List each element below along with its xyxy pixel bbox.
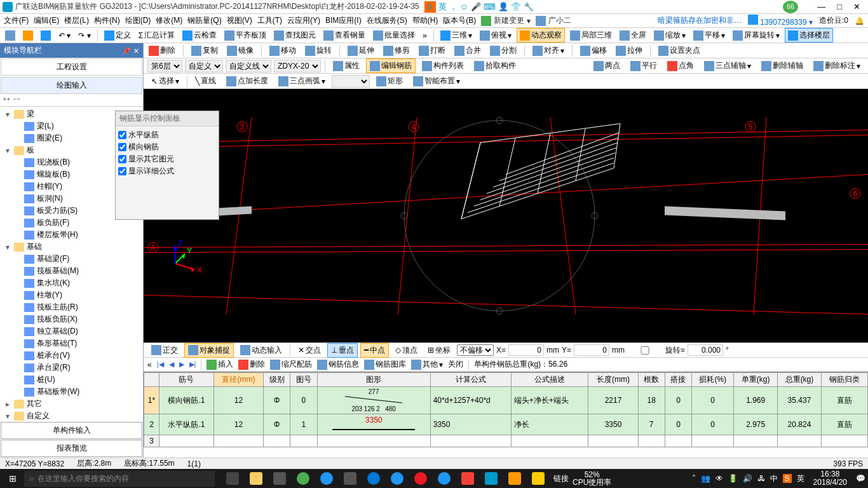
rect-button[interactable]: 矩形 [372,74,407,88]
menu-floor[interactable]: 楼层(L) [64,15,89,26]
grid-header[interactable]: 筋号 [159,373,214,387]
new-change-button[interactable]: 新建变更 ▾ [481,15,531,26]
tree-node[interactable]: 集水坑(K) [1,277,142,289]
menu-online[interactable]: 在线服务(S) [367,15,407,26]
category-select[interactable]: 自定义 [185,60,223,72]
intersect-button[interactable]: ✕交点 [294,343,325,358]
zoom-button[interactable]: 缩放 ▾ [651,29,688,42]
menu-rebar[interactable]: 钢筋量(Q) [187,15,221,26]
copy-button[interactable]: 复制 [189,44,220,57]
opt-horiz[interactable]: 水平纵筋 [118,129,216,141]
task-view-button[interactable] [221,470,244,487]
align-button[interactable]: 对齐 ▾ [530,44,567,57]
sogou-icon[interactable]: S [424,1,436,13]
user-guang[interactable]: 广小二 [536,15,571,26]
score-badge[interactable]: 66 [783,1,798,13]
tray-eye-icon[interactable]: 👁 [715,474,723,483]
app-edge[interactable] [362,470,385,487]
topview-button[interactable]: 俯视 ▾ [477,29,514,42]
app-store[interactable] [339,470,362,487]
tree-node[interactable]: 桩承台(V) [1,349,142,362]
app-explorer[interactable] [245,470,268,487]
tree-node[interactable]: 筏板基础(M) [1,265,142,277]
windows-taskbar[interactable]: ⊞ ○在这里输入你要搜索的内容 链接 52%CPU使用率 ˄ 👥 👁 🔋 🔊 🖧… [0,469,868,488]
extend-button[interactable]: 延伸 [345,44,377,57]
ime-shirt-icon[interactable]: 👕 [511,2,521,11]
split-button[interactable]: 分割 [487,44,519,57]
tree-node[interactable]: ▾基础 [1,241,142,253]
coin-label[interactable]: 造价豆:0 [819,15,848,26]
findimg-button[interactable]: 查找图元 [271,29,318,42]
ptlen-button[interactable]: 点加长度 [222,74,272,88]
parallel-button[interactable]: 平行 [627,58,661,73]
mirror-button[interactable]: 镜像 [224,44,256,57]
complist-button[interactable]: 构件列表 [418,58,468,73]
grid-row[interactable]: 3 [144,435,868,447]
tray-net-icon[interactable]: 🖧 [757,474,765,483]
grid-header[interactable]: 级别 [264,373,290,387]
dellabel-button[interactable]: 删除标注 ▾ [810,58,864,73]
new-button[interactable] [3,29,18,42]
insert-button[interactable]: 插入 [207,359,233,370]
taskbar-link[interactable]: 链接 [551,473,571,484]
tree-collapse-icon[interactable]: ⁻⁻ [13,96,20,105]
del-button[interactable]: 删除 [146,44,178,57]
tray-sogou-icon[interactable]: S [783,474,792,483]
tree-node[interactable]: ▾自定义 [1,410,142,421]
tray-notify-icon[interactable]: 💬 [856,474,865,483]
opt-vert[interactable]: 横向钢筋 [118,141,216,153]
grid-header[interactable]: 直径(mm) [214,373,263,387]
drawing-viewport[interactable]: 3 4 5 6 A [144,89,868,342]
threearc-button[interactable]: 三点画弧 ▾ [275,74,329,88]
menu-cloud[interactable]: 云应用(Y) [287,15,320,26]
prev-button[interactable]: ◀ [169,360,174,369]
smartfill-button[interactable]: 智能布置 ▾ [409,74,464,88]
tree-node[interactable]: 独立基础(D) [1,325,142,337]
app-g[interactable] [433,470,456,487]
editrebar-button[interactable]: 编辑钢筋 [366,58,416,73]
opt-detail[interactable]: 显示详细公式 [118,165,216,177]
ime-toolbar[interactable]: S 英 ， ☺ 🎤 ⌨ 👤 👕 🔧 [424,1,534,13]
tray-ime-zh[interactable]: 中 [770,473,778,484]
undo-button[interactable]: ↶ ▾ [56,30,73,41]
rebarlib-button[interactable]: 钢筋图库 [364,359,406,370]
menu-tools[interactable]: 工具(T) [257,15,282,26]
viewrebar-button[interactable]: 查看钢量 [321,29,368,42]
grid-header[interactable]: 搭接 [665,373,691,387]
scaledist-button[interactable]: 缩尺配筋 [270,359,312,370]
ime-wrench-icon[interactable]: 🔧 [524,2,534,11]
grid-header[interactable]: 计算公式 [430,373,511,387]
bell-icon[interactable]: 🔔 [855,17,864,25]
name-select[interactable]: ZDYX-20 [274,60,321,72]
delete-row-button[interactable]: 删除 [238,359,265,370]
menu-bim[interactable]: BIM应用(I) [325,15,362,26]
grid-header[interactable]: 公式描述 [511,373,588,387]
grid-row[interactable]: 2水平纵筋.112Φ133503350净长33507002.97520.824直… [144,414,868,435]
angle-button[interactable]: 点角 [663,58,698,73]
app-ie2[interactable] [386,470,409,487]
rotate-checkbox[interactable] [627,346,663,355]
ime-mic-icon[interactable]: 🎤 [471,2,481,11]
tray-people-icon[interactable]: 👥 [701,474,710,483]
tree-node[interactable]: 桩(U) [1,374,142,386]
user-phone[interactable]: 13907298339 ▾ [748,15,813,27]
fullscreen-button[interactable]: 全屏 [617,29,649,42]
taskbar-search[interactable]: ○在这里输入你要搜索的内容 [24,471,215,487]
selfloor-button[interactable]: 选择楼层 [785,28,833,43]
local3d-button[interactable]: 局部三维 [567,29,614,42]
menu-version[interactable]: 版本号(B) [443,15,476,26]
notice-marquee[interactable]: 暗梁箍筋存在加密和非… [658,15,742,26]
app-qq[interactable] [409,470,432,487]
offset-button[interactable]: 偏移 [578,44,609,57]
cloudcheck-button[interactable]: 云检查 [180,29,219,42]
coord-button[interactable]: ⊞坐标 [424,343,454,358]
tree-node[interactable]: 楼层板带(H) [1,229,142,241]
menu-file[interactable]: 文件(F) [4,15,29,26]
grid-header[interactable] [144,373,159,387]
maximize-button[interactable]: □ [837,2,842,11]
osnap-button[interactable]: 对象捕捉 [184,343,234,358]
perp-button[interactable]: ⊥垂点 [327,343,358,358]
pan-button[interactable]: 平移 ▾ [691,29,728,42]
rotate-button[interactable]: 旋转 [302,44,334,57]
tab-report[interactable]: 报表预览 [1,440,142,457]
